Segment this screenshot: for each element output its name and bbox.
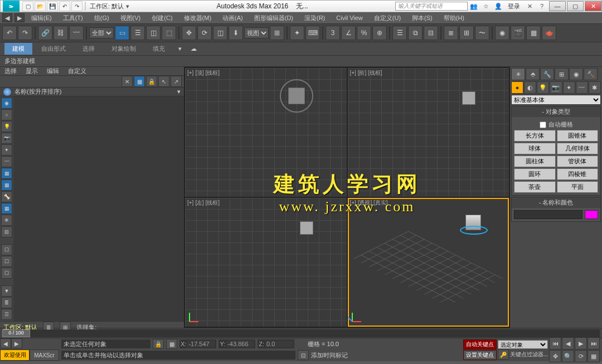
viewport-top[interactable]: [+] [顶] [线框] (185, 68, 347, 197)
time-tag-label[interactable]: 添加时间标记 (311, 351, 348, 360)
undo-icon[interactable]: ↶ (59, 1, 70, 11)
render-setup-tool[interactable]: 🎬 (511, 26, 525, 40)
link-tool[interactable]: 🔗 (38, 26, 52, 40)
left-tab-edit[interactable]: 编辑 (47, 67, 59, 75)
minimize-button[interactable]: — (549, 1, 566, 11)
setkey-button[interactable]: 设置关键点 (463, 350, 497, 360)
redo-tool[interactable]: ↷ (18, 26, 32, 40)
motion-tab-icon[interactable]: ◉ (569, 68, 583, 80)
snap-tool[interactable]: 3 (326, 26, 340, 40)
menu-modifier[interactable]: 修改器(M) (179, 13, 216, 23)
autokey-button[interactable]: 自动关键点 (463, 339, 497, 350)
bind-tool[interactable]: 〰 (69, 26, 84, 40)
mirror-tool[interactable]: ⧉ (408, 26, 423, 40)
left-tab-customize[interactable]: 自定义 (68, 67, 86, 75)
menu-nav-right-icon[interactable]: ▶ (14, 13, 25, 22)
nav-zoom-icon[interactable]: 🔍 (562, 350, 574, 362)
coord-y[interactable]: Y:-43.866 (219, 339, 255, 348)
ribbon-tab-objectpaint[interactable]: 对象绘制 (104, 43, 144, 55)
play-icon[interactable]: ▶ (575, 337, 587, 350)
lock-selection-icon[interactable]: 🔒 (153, 339, 164, 349)
category-dropdown[interactable]: 标准基本体 (511, 95, 601, 105)
open-icon[interactable]: 📂 (35, 1, 46, 11)
left-tab-display[interactable]: 显示 (26, 67, 38, 75)
select-tool[interactable]: ▭ (115, 26, 129, 40)
list-icon[interactable]: ☰ (1, 309, 12, 320)
user-icon[interactable]: 👤 (493, 2, 503, 11)
filter-hidden-icon[interactable]: ⊟ (1, 226, 12, 237)
nav-pan-icon[interactable]: ✥ (549, 350, 561, 362)
place-tool[interactable]: ⬇ (229, 26, 243, 40)
filter-helper-icon[interactable]: ✦ (1, 144, 12, 156)
object-name-input[interactable] (514, 210, 582, 219)
sphere-button[interactable]: 球体 (514, 143, 556, 154)
coord-z[interactable]: Z:0.0 (258, 339, 294, 348)
menu-graph-editor[interactable]: 图形编辑器(D) (250, 13, 298, 23)
viewport-top-label[interactable]: [+] [顶] [线框] (187, 69, 220, 77)
next-log-icon[interactable]: ▶ (11, 338, 22, 348)
shapes-icon[interactable]: ◐ (524, 81, 536, 94)
close-button[interactable]: ✕ (585, 1, 601, 11)
sun-icon[interactable]: ☀ (511, 68, 525, 80)
arrow-left-icon[interactable]: ↖ (158, 76, 169, 87)
menu-group[interactable]: 组(G) (90, 13, 114, 23)
coord-x[interactable]: X:-17.547 (179, 339, 216, 348)
close-explorer-icon[interactable]: ✕ (122, 76, 133, 87)
name-color-header[interactable]: - 名称和颜色 (512, 197, 600, 208)
ribbon-tab-selection[interactable]: 选择 (75, 43, 103, 55)
welcome-tab[interactable]: 欢迎使用 (0, 350, 30, 361)
undo-tool[interactable]: ↶ (2, 26, 17, 40)
spinner-snap-tool[interactable]: ⊕ (372, 26, 387, 40)
display-all-icon[interactable]: ☐ (1, 244, 12, 255)
move-tool[interactable]: ✥ (182, 26, 196, 40)
filter-shape-icon[interactable]: ○ (1, 109, 12, 120)
keyboard-shortcut-tool[interactable]: ⌨ (305, 26, 320, 40)
app-logo[interactable]: 3▸ (3, 1, 20, 12)
select-name-tool[interactable]: ☰ (130, 26, 145, 40)
menu-help[interactable]: 帮助(H) (439, 13, 469, 23)
geometry-icon[interactable]: ● (511, 81, 523, 94)
cameras-icon[interactable]: 📷 (550, 81, 562, 94)
angle-snap-tool[interactable]: ∠ (341, 26, 356, 40)
filter-frozen-icon[interactable]: ❄ (1, 215, 12, 226)
redo-icon[interactable]: ↷ (71, 1, 82, 11)
helpers-icon[interactable]: ✦ (563, 81, 575, 94)
menu-customize[interactable]: 自定义(U) (370, 13, 405, 23)
prev-frame-icon[interactable]: ◀ (562, 337, 574, 350)
render-frame-tool[interactable]: ▦ (526, 26, 541, 40)
viewport-left-label[interactable]: [+] [左] [线框] (187, 199, 220, 207)
save-icon[interactable]: 💾 (47, 1, 58, 11)
viewport-perspective[interactable]: [+] [透视] [真实] (348, 198, 509, 327)
account-icon[interactable]: 👥 (469, 2, 479, 11)
create-tab-icon[interactable]: ⬘ (526, 68, 540, 80)
left-tab-select[interactable]: 选择 (4, 67, 17, 75)
maximize-button[interactable]: ▢ (567, 1, 584, 11)
manipulate-tool[interactable]: ✦ (290, 26, 304, 40)
named-selection-tool[interactable]: ☰ (392, 26, 407, 40)
window-crossing-tool[interactable]: ⬚ (162, 26, 176, 40)
goto-start-icon[interactable]: ⏮ (549, 337, 561, 350)
funnel-icon[interactable]: ▼ (1, 285, 12, 297)
schematic-tool[interactable]: ⊞ (459, 26, 474, 40)
display-tab-icon[interactable]: 🔨 (584, 68, 598, 80)
menu-civil-view[interactable]: Civil View (332, 13, 367, 22)
arrow-right-icon[interactable]: ↗ (171, 76, 182, 87)
list-header[interactable]: 名称(按升序排序) ▾ (0, 88, 184, 96)
scene-list[interactable] (13, 96, 184, 321)
ribbon-expand-icon[interactable]: ▾ (174, 44, 186, 54)
timeline[interactable]: 0 / 100 (0, 328, 602, 338)
pivot-tool[interactable]: ⊞ (270, 26, 284, 40)
menu-nav-left-icon[interactable]: ◀ (2, 13, 12, 22)
filter-group-icon[interactable]: ▦ (1, 168, 12, 179)
key-icon[interactable]: 🔑 (498, 350, 509, 360)
goto-end-icon[interactable]: ⏭ (588, 337, 600, 350)
menu-edit[interactable]: 编辑(E) (27, 13, 56, 23)
ribbon-tab-freeform[interactable]: 自由形式 (33, 43, 74, 55)
cylinder-button[interactable]: 圆柱体 (514, 156, 556, 167)
viewport-front-label[interactable]: [+] [前] [线框] (350, 69, 382, 77)
pyramid-button[interactable]: 四棱锥 (557, 168, 599, 180)
isolate-icon[interactable]: ▦ (166, 339, 177, 349)
ribbon-tab-populate[interactable]: 填充 (145, 43, 173, 55)
layer-explorer-icon[interactable]: ≣ (1, 297, 12, 308)
maxscript-tab[interactable]: MAXScr (30, 350, 59, 361)
